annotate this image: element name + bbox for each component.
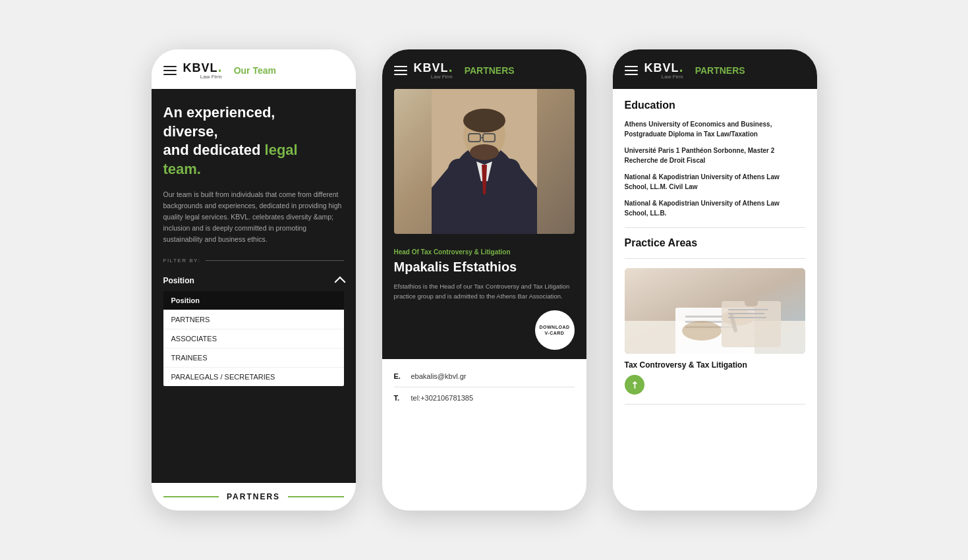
svg-rect-19 — [745, 297, 758, 306]
page-title-2: PARTNERS — [465, 65, 515, 76]
dropdown-item-trainees[interactable]: TRAINEES — [163, 349, 344, 368]
logo-sub-3: Law Firm — [662, 74, 683, 80]
phone-frame-2: KBVL . Law Firm PARTNERS — [382, 49, 586, 511]
section-divider-3 — [625, 404, 805, 405]
download-vcard-button[interactable]: DOWNLOAD V-CARD — [535, 310, 575, 350]
logo-kbvl-2: KBVL — [414, 62, 449, 74]
dropdown-item-associates[interactable]: ASSOCIATES — [163, 329, 344, 349]
hamburger-menu-icon-2[interactable] — [394, 66, 407, 75]
phone-label: T. — [394, 394, 405, 402]
filter-label: FILTER BY: — [163, 258, 344, 264]
footer-label: PARTNERS — [227, 492, 280, 501]
dropdown-item-partners[interactable]: PARTNERS — [163, 310, 344, 329]
edu-item-1: Athens University of Economics and Busin… — [625, 119, 805, 139]
svg-point-4 — [470, 144, 499, 160]
phone1-footer: PARTNERS — [152, 483, 356, 511]
phone1-header: KBVL . Law Firm Our Team — [152, 49, 356, 89]
logo-kbvl-3: KBVL — [644, 62, 679, 74]
person-figure — [432, 89, 537, 234]
logo-dot-3: . — [679, 60, 683, 74]
hero-section: An experienced, diverse, and dedicated l… — [152, 89, 356, 483]
page-title: Our Team — [234, 65, 276, 76]
practice-label: Tax Controversy & Tax Litigation — [625, 360, 805, 370]
phone-value[interactable]: tel:+302106781385 — [411, 394, 474, 402]
logo-area-2: KBVL . Law Firm — [414, 60, 453, 81]
svg-point-3 — [463, 109, 505, 132]
logo-area-3: KBVL . Law Firm — [644, 60, 683, 81]
dropdown-item-paralegals[interactable]: PARALEGALS / SECRETARIES — [163, 368, 344, 386]
chevron-up-icon — [334, 277, 345, 288]
person-photo — [394, 89, 575, 234]
svg-rect-20 — [728, 309, 768, 310]
section-divider — [625, 227, 805, 228]
contact-section: E. ebakalis@kbvl.gr T. tel:+302106781385 — [382, 359, 586, 415]
position-filter-header[interactable]: Position — [163, 270, 344, 291]
person-role: Head Of Tax Controversy & Litigation — [394, 248, 575, 256]
edu-item-3: National & Kapodistrian University of At… — [625, 172, 805, 192]
email-value[interactable]: ebakalis@kbvl.gr — [411, 372, 467, 380]
hamburger-menu-icon[interactable] — [163, 66, 177, 75]
logo-area: KBVL . Law Firm — [183, 60, 222, 81]
arrow-icon: ↗ — [628, 378, 641, 391]
page-title-3: PARTNERS — [695, 65, 745, 76]
phone-frame-3: KBVL . Law Firm PARTNERS Education Athen… — [613, 49, 817, 511]
person-name: Mpakalis Efstathios — [394, 260, 575, 275]
education-title: Education — [625, 99, 805, 111]
person-bio: Efstathios is the Head of our Tax Contro… — [394, 281, 575, 301]
dropdown-item-position[interactable]: Position — [163, 291, 344, 310]
logo-sub: Law Firm — [200, 74, 222, 80]
logo-dot-2: . — [449, 60, 453, 74]
svg-rect-21 — [728, 313, 764, 314]
hero-heading: An experienced, diverse, and dedicated l… — [163, 103, 344, 179]
practice-image — [625, 268, 805, 354]
person-content: Head Of Tax Controversy & Litigation Mpa… — [382, 240, 586, 310]
footer-line-left — [163, 496, 219, 497]
contact-phone-row: T. tel:+302106781385 — [394, 387, 575, 408]
logo-dot: . — [218, 60, 222, 74]
practice-arrow-button[interactable]: ↗ — [625, 375, 644, 395]
position-dropdown: Position PARTNERS ASSOCIATES TRAINEES PA… — [163, 291, 344, 386]
svg-rect-22 — [728, 317, 766, 318]
phone3-content: Education Athens University of Economics… — [613, 89, 817, 511]
practice-image-card — [625, 268, 805, 354]
footer-line-right — [288, 496, 343, 497]
position-filter: Position Position PARTNERS ASSOCIATES TR… — [163, 270, 344, 386]
edu-item-2: Université Paris 1 Panthéon Sorbonne, Ma… — [625, 146, 805, 165]
hero-body: Our team is built from individuals that … — [163, 189, 344, 244]
hamburger-menu-icon-3[interactable] — [625, 66, 638, 75]
section-divider-2 — [625, 258, 805, 259]
phone3-header: KBVL . Law Firm PARTNERS — [613, 49, 817, 89]
edu-item-4: National & Kapodistrian University of At… — [625, 198, 805, 218]
phone-frame-1: KBVL . Law Firm Our Team An experienced,… — [152, 49, 356, 511]
svg-rect-18 — [722, 301, 781, 347]
contact-email-row: E. ebakalis@kbvl.gr — [394, 366, 575, 387]
phone2-header: KBVL . Law Firm PARTNERS — [382, 49, 586, 89]
vcard-area: DOWNLOAD V-CARD — [382, 310, 586, 359]
logo-kbvl: KBVL — [183, 62, 218, 74]
svg-point-23 — [682, 321, 722, 341]
logo-sub-2: Law Firm — [431, 74, 453, 80]
person-image-area — [382, 89, 586, 240]
email-label: E. — [394, 372, 405, 380]
practice-areas-title: Practice Areas — [625, 237, 805, 249]
